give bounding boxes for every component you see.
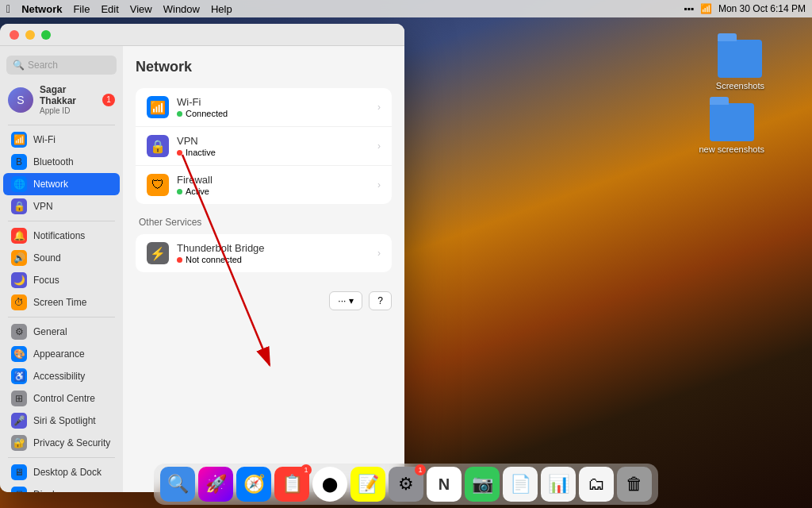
desktop-icon-label: new screenshots	[699, 144, 764, 154]
menu-file[interactable]: File	[73, 3, 90, 15]
thunderbolt-name: Thunderbolt Bridge	[177, 242, 370, 254]
wifi-service-icon: 📶	[147, 96, 169, 118]
other-services-group: ⚡ Thunderbolt Bridge Not connected ›	[136, 234, 392, 272]
dock-item-trash[interactable]: 🗑	[617, 467, 652, 502]
help-label: ?	[377, 295, 383, 306]
dock-item-files2[interactable]: 📊	[541, 467, 576, 502]
reminders-badge: 1	[301, 464, 312, 475]
app-name: Network	[21, 3, 62, 15]
sidebar-label-control-centre: Control Centre	[33, 393, 95, 404]
sidebar-item-accessibility[interactable]: ♿ Accessibility	[3, 365, 120, 387]
preview-icon: 📷	[472, 474, 493, 495]
desktop-dock-icon: 🖥	[11, 464, 27, 480]
chevron-down-icon: ▾	[349, 295, 354, 306]
sidebar-item-notifications[interactable]: 🔔 Notifications	[3, 225, 120, 247]
sidebar-item-network[interactable]: 🌐 Network	[3, 173, 120, 195]
accessibility-icon: ♿	[11, 368, 27, 384]
more-options-button[interactable]: ··· ▾	[329, 291, 362, 310]
menu-help[interactable]: Help	[211, 3, 232, 15]
dock-item-notion[interactable]: N	[427, 467, 462, 502]
window-close-button[interactable]	[10, 30, 19, 40]
search-placeholder: Search	[28, 60, 58, 71]
vpn-chevron-icon: ›	[377, 140, 381, 152]
displays-icon: 🖥	[11, 487, 27, 492]
firewall-status-text: Active	[186, 187, 209, 196]
window-content: 🔍 Search S Sagar Thakkar Apple ID 1 📶 Wi…	[0, 46, 404, 492]
dock-item-finder[interactable]: 🔍	[160, 467, 195, 502]
thunderbolt-chevron-icon: ›	[377, 248, 381, 259]
dock-item-reminders[interactable]: 📋 1	[274, 467, 309, 502]
vpn-info: VPN Inactive	[177, 135, 370, 157]
sidebar-item-displays[interactable]: 🖥 Displays	[3, 483, 120, 492]
dock-item-safari[interactable]: 🧭	[236, 467, 271, 502]
sidebar: 🔍 Search S Sagar Thakkar Apple ID 1 📶 Wi…	[0, 46, 123, 492]
finder2-icon: 🗂	[588, 474, 605, 495]
sidebar-item-general[interactable]: ⚙ General	[3, 321, 120, 343]
system-settings-window: 🔍 Search S Sagar Thakkar Apple ID 1 📶 Wi…	[0, 24, 404, 492]
system-settings-badge: 1	[415, 464, 426, 475]
apple-menu[interactable]: 	[6, 2, 10, 15]
desktop-icon-label: Screenshots	[716, 81, 764, 90]
appearance-icon: 🎨	[11, 346, 27, 362]
vpn-status: Inactive	[177, 148, 370, 157]
window-minimize-button[interactable]	[25, 30, 35, 40]
chrome-icon: ⬤	[322, 475, 338, 493]
dock-item-system-settings[interactable]: ⚙ 1	[389, 467, 423, 502]
dock-item-files1[interactable]: 📄	[503, 467, 538, 502]
firewall-name: Firewall	[177, 174, 370, 186]
network-item-wifi[interactable]: 📶 Wi-Fi Connected ›	[136, 88, 392, 127]
dock-item-preview[interactable]: 📷	[465, 467, 500, 502]
more-icon: ···	[338, 295, 346, 306]
screen-time-icon: ⏱	[11, 294, 27, 310]
sidebar-item-privacy[interactable]: 🔐 Privacy & Security	[3, 432, 120, 454]
user-section[interactable]: S Sagar Thakkar Apple ID 1	[0, 81, 123, 121]
sidebar-label-privacy: Privacy & Security	[33, 437, 110, 448]
wifi-icon: 📶	[11, 132, 27, 148]
desktop-icon-screenshots[interactable]: Screenshots	[716, 40, 764, 90]
search-box[interactable]: 🔍 Search	[6, 56, 117, 75]
sidebar-item-bluetooth[interactable]: B Bluetooth	[3, 151, 120, 173]
sidebar-item-siri[interactable]: 🎤 Siri & Spotlight	[3, 410, 120, 432]
sidebar-item-screen-time[interactable]: ⏱ Screen Time	[3, 291, 120, 314]
window-maximize-button[interactable]	[41, 30, 51, 40]
sidebar-item-control-centre[interactable]: ⊞ Control Centre	[3, 387, 120, 410]
notifications-icon: 🔔	[11, 228, 27, 244]
siri-icon: 🎤	[11, 413, 27, 429]
sidebar-divider-3	[8, 317, 115, 318]
sidebar-divider-4	[8, 457, 115, 458]
sidebar-label-displays: Displays	[33, 489, 69, 492]
bluetooth-icon: B	[11, 154, 27, 170]
notes-icon: 📝	[358, 474, 379, 495]
dock-item-notes[interactable]: 📝	[350, 467, 385, 502]
sidebar-item-focus[interactable]: 🌙 Focus	[3, 269, 120, 291]
dock-item-finder2[interactable]: 🗂	[579, 467, 614, 502]
files1-icon: 📄	[510, 474, 531, 495]
firewall-chevron-icon: ›	[377, 179, 381, 190]
sidebar-label-sound: Sound	[33, 252, 61, 264]
sidebar-label-screen-time: Screen Time	[33, 297, 86, 308]
menu-window[interactable]: Window	[163, 3, 200, 15]
network-item-vpn[interactable]: 🔒 VPN Inactive ›	[136, 127, 392, 166]
window-titlebar	[0, 24, 404, 46]
desktop-icon-new-screenshots[interactable]: new screenshots	[699, 103, 764, 154]
sidebar-item-desktop-dock[interactable]: 🖥 Desktop & Dock	[3, 461, 120, 483]
network-services-group: 📶 Wi-Fi Connected › 🔒 VPN	[136, 88, 392, 204]
sidebar-item-appearance[interactable]: 🎨 Appearance	[3, 343, 120, 365]
network-item-thunderbolt[interactable]: ⚡ Thunderbolt Bridge Not connected ›	[136, 234, 392, 272]
dock-item-chrome[interactable]: ⬤	[312, 467, 347, 502]
sidebar-item-vpn[interactable]: 🔒 VPN	[3, 195, 120, 217]
dock-item-launchpad[interactable]: 🚀	[198, 467, 233, 502]
user-info: Sagar Thakkar Apple ID	[40, 84, 96, 115]
vpn-name: VPN	[177, 135, 370, 147]
menu-view[interactable]: View	[130, 3, 152, 15]
menu-edit[interactable]: Edit	[101, 3, 118, 15]
sidebar-label-vpn: VPN	[33, 201, 53, 212]
wifi-status-text: Connected	[186, 109, 228, 118]
sidebar-divider	[8, 125, 115, 125]
sidebar-item-wifi[interactable]: 📶 Wi-Fi	[3, 129, 120, 151]
help-button[interactable]: ?	[369, 291, 392, 310]
firewall-status: Active	[177, 187, 370, 196]
network-item-firewall[interactable]: 🛡 Firewall Active ›	[136, 166, 392, 204]
general-icon: ⚙	[11, 324, 27, 340]
sidebar-item-sound[interactable]: 🔊 Sound	[3, 247, 120, 269]
